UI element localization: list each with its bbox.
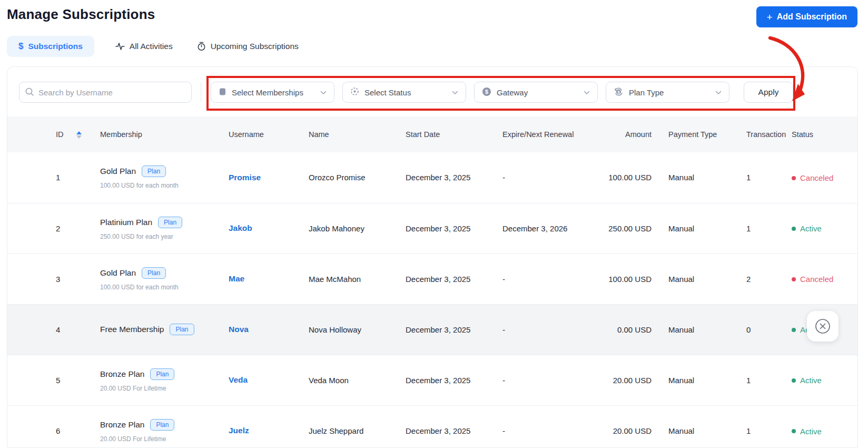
cell-payment-type: Manual bbox=[659, 355, 739, 405]
tab-bar: $ Subscriptions All Activities Upcoming … bbox=[7, 36, 868, 57]
membership-name: Platinium Plan bbox=[100, 218, 152, 227]
cell-amount: 100.00 USD bbox=[596, 254, 659, 304]
cell-membership: Gold Plan Plan 100.00 USD for each month bbox=[100, 254, 229, 304]
cell-transaction: 2 bbox=[739, 254, 792, 304]
tab-label: Subscriptions bbox=[28, 42, 82, 51]
cell-amount: 100.00 USD bbox=[596, 152, 659, 203]
plan-badge[interactable]: Plan bbox=[150, 419, 174, 431]
cell-name: Mae McMahon bbox=[309, 254, 406, 304]
cell-username: Juelz bbox=[229, 405, 309, 448]
cell-expire: - bbox=[502, 152, 596, 203]
cell-id: 1 bbox=[7, 152, 100, 203]
cell-username: Promise bbox=[229, 152, 309, 203]
gateway-select[interactable]: $ Gateway bbox=[474, 82, 598, 103]
dismiss-overlay-button[interactable] bbox=[807, 311, 839, 342]
username-link[interactable]: Nova bbox=[229, 325, 249, 334]
status-select-label: Select Status bbox=[364, 88, 447, 97]
plan-badge[interactable]: Plan bbox=[150, 368, 174, 380]
status-dot-icon bbox=[792, 227, 796, 231]
plan-type-select[interactable]: $ Plan Type bbox=[606, 82, 729, 103]
memberships-select[interactable]: Select Memberships bbox=[211, 82, 334, 103]
status-badge: Canceled bbox=[792, 275, 833, 284]
tab-all-activities[interactable]: All Activities bbox=[112, 36, 176, 57]
tab-subscriptions[interactable]: $ Subscriptions bbox=[7, 36, 94, 57]
cell-membership: Bronze Plan Plan 20.00 USD For Lifetime bbox=[100, 355, 229, 405]
membership-name: Free Membership bbox=[100, 325, 164, 334]
cell-name: Nova Holloway bbox=[309, 304, 406, 355]
plan-badge[interactable]: Plan bbox=[142, 267, 166, 279]
status-dot-icon bbox=[792, 176, 796, 180]
cell-membership: Bronze Plan Plan 20.00 USD For Lifetime bbox=[100, 405, 229, 448]
column-header-amount: Amount bbox=[596, 116, 659, 152]
cell-amount: 0.00 USD bbox=[596, 304, 659, 355]
table-row[interactable]: 2 Platinium Plan Plan 250.00 USD for eac… bbox=[7, 203, 857, 254]
cell-username: Jakob bbox=[229, 203, 309, 254]
chevron-down-icon bbox=[452, 89, 458, 96]
plan-badge[interactable]: Plan bbox=[170, 324, 194, 335]
apply-button[interactable]: Apply bbox=[744, 82, 793, 103]
status-dot-icon bbox=[792, 328, 796, 332]
add-subscription-button[interactable]: + Add Subscription bbox=[756, 6, 857, 27]
table-row[interactable]: 4 Free Membership Plan Nova Nova Hollowa… bbox=[7, 304, 857, 355]
cell-name: Juelz Sheppard bbox=[309, 405, 406, 448]
status-badge: Canceled bbox=[792, 173, 833, 182]
membership-name: Gold Plan bbox=[100, 268, 136, 278]
status-label: Active bbox=[800, 427, 822, 436]
filter-dropdown-group: Select Memberships Select Status $ Gate bbox=[211, 82, 793, 103]
column-header-transaction: Transaction bbox=[739, 116, 792, 152]
filter-row: Select Memberships Select Status $ Gate bbox=[7, 67, 857, 103]
table-row[interactable]: 6 Bronze Plan Plan 20.00 USD For Lifetim… bbox=[7, 405, 857, 448]
plan-badge[interactable]: Plan bbox=[142, 165, 166, 177]
cell-name: Jakob Mahoney bbox=[309, 203, 406, 254]
chevron-down-icon bbox=[320, 89, 327, 96]
plan-type-select-label: Plan Type bbox=[629, 88, 710, 97]
column-header-id[interactable]: ID bbox=[7, 116, 100, 152]
top-bar: Manage Subscriptions + Add Subscription bbox=[0, 0, 868, 27]
circled-x-icon bbox=[814, 318, 831, 335]
username-link[interactable]: Promise bbox=[229, 173, 261, 182]
status-label: Active bbox=[800, 224, 822, 233]
cell-id: 6 bbox=[7, 405, 100, 448]
cell-payment-type: Manual bbox=[659, 152, 739, 203]
search-input[interactable] bbox=[19, 82, 192, 103]
plan-badge[interactable]: Plan bbox=[158, 217, 182, 228]
cell-status: Active bbox=[792, 355, 857, 405]
membership-card-icon bbox=[219, 87, 226, 98]
membership-detail: 20.00 USD For Lifetime bbox=[100, 385, 223, 392]
page-title: Manage Subscriptions bbox=[7, 6, 155, 23]
membership-detail: 100.00 USD for each month bbox=[100, 182, 223, 189]
cell-amount: 250.00 USD bbox=[596, 203, 659, 254]
membership-detail: 100.00 USD for each month bbox=[100, 284, 223, 291]
sort-icon[interactable] bbox=[76, 131, 82, 139]
status-select[interactable]: Select Status bbox=[342, 82, 466, 103]
membership-detail: 20.00 USD For Lifetime bbox=[100, 435, 223, 443]
status-dot-icon bbox=[792, 378, 796, 383]
cell-username: Mae bbox=[229, 254, 309, 304]
cell-id: 5 bbox=[7, 355, 100, 405]
cell-start-date: December 3, 2025 bbox=[406, 203, 502, 254]
table-row[interactable]: 1 Gold Plan Plan 100.00 USD for each mon… bbox=[7, 152, 857, 203]
cell-membership: Platinium Plan Plan 250.00 USD for each … bbox=[100, 203, 229, 254]
search-box bbox=[19, 82, 192, 103]
table-row[interactable]: 3 Gold Plan Plan 100.00 USD for each mon… bbox=[7, 254, 857, 304]
table-body: 1 Gold Plan Plan 100.00 USD for each mon… bbox=[7, 152, 857, 448]
username-link[interactable]: Veda bbox=[229, 375, 248, 384]
cell-payment-type: Manual bbox=[659, 203, 739, 254]
tab-upcoming-subscriptions[interactable]: Upcoming Subscriptions bbox=[194, 36, 302, 57]
stopwatch-icon bbox=[197, 42, 206, 51]
membership-detail: 250.00 USD for each year bbox=[100, 233, 223, 240]
cell-expire: - bbox=[502, 355, 596, 405]
username-link[interactable]: Jakob bbox=[229, 223, 252, 232]
cell-username: Nova bbox=[229, 304, 309, 355]
dollar-circle-icon: $ bbox=[482, 87, 491, 98]
table-row[interactable]: 5 Bronze Plan Plan 20.00 USD For Lifetim… bbox=[7, 355, 857, 405]
status-ring-icon bbox=[350, 87, 359, 98]
cell-start-date: December 3, 2025 bbox=[406, 254, 502, 304]
chevron-down-icon bbox=[715, 89, 722, 96]
tab-label: All Activities bbox=[130, 42, 173, 51]
username-link[interactable]: Juelz bbox=[229, 426, 249, 435]
username-link[interactable]: Mae bbox=[229, 274, 244, 283]
cell-start-date: December 3, 2025 bbox=[406, 355, 502, 405]
recurring-dollar-icon: $ bbox=[614, 87, 624, 98]
status-badge: Active bbox=[792, 427, 822, 436]
